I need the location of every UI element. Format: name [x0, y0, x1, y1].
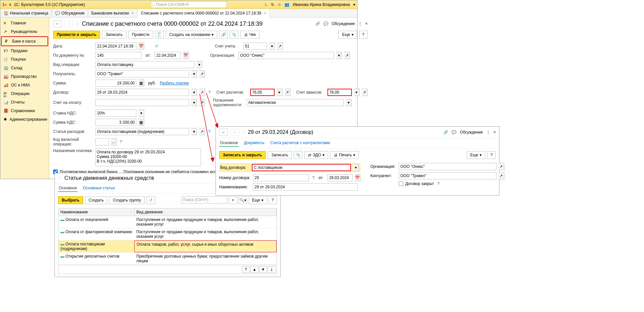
search-input[interactable]: Поиск (Ctrl+F) — [181, 196, 227, 203]
tab-main[interactable]: Основное — [219, 140, 239, 147]
dropdown-icon[interactable]: ▾ — [191, 99, 197, 106]
dropdown-icon[interactable]: ▾ — [191, 128, 197, 135]
bell-icon[interactable]: ♤ — [264, 2, 268, 7]
docnum-input[interactable]: 145 — [95, 52, 142, 59]
open-icon[interactable]: ↗ — [362, 89, 368, 96]
help-icon[interactable]: ? — [312, 175, 315, 180]
tab-home[interactable]: 🏠Начальная страница — [0, 9, 52, 17]
btn-edo[interactable]: ⇄ ЭДО ▾ — [304, 151, 328, 159]
help-icon[interactable]: ? — [208, 90, 211, 95]
nav-back[interactable]: ← — [219, 129, 228, 136]
dog-input[interactable]: 29 от 29.03.2024 — [95, 89, 189, 96]
date-input[interactable]: 29.03.2024 — [327, 174, 353, 181]
open-icon[interactable]: ↗ — [285, 89, 290, 96]
nav-back[interactable]: ← — [53, 20, 62, 27]
refresh-icon[interactable]: ↺ — [155, 44, 158, 48]
page-up[interactable]: ▲ — [251, 266, 258, 273]
sidebar-item-os[interactable]: 🚚ОС и НМА — [0, 81, 49, 89]
star-icon[interactable]: ☆ — [242, 130, 245, 135]
dropdown-icon[interactable]: ▾ — [138, 109, 144, 117]
calc-icon[interactable]: ▦ — [138, 79, 144, 87]
page-down[interactable]: ▼ — [259, 266, 267, 273]
btn-create[interactable]: Создать — [85, 196, 108, 204]
table-row[interactable]: ▬ Оплата от покупателей Поступление от п… — [58, 216, 277, 228]
btn-post-close[interactable]: Провести и закрыть — [53, 31, 100, 39]
more-icon[interactable]: ⋮ — [358, 21, 362, 26]
date-input[interactable]: 22.04.2024 17:18:39 — [95, 43, 136, 50]
more-icon[interactable]: ⋮ — [486, 130, 490, 135]
nazn-input[interactable]: Оплата по договору 29 от 29.03.2024 Сумм… — [95, 148, 201, 166]
sidebar-item-dict[interactable]: 📕Справочники — [0, 107, 49, 115]
btn-link[interactable]: 🔗 — [219, 31, 228, 39]
btn-create-from[interactable]: Создать на основании ▾ — [166, 31, 218, 39]
dropdown-icon[interactable]: ▾ — [336, 52, 342, 59]
link-icon[interactable]: 🔗 — [443, 130, 448, 135]
sidebar-item-admin[interactable]: ✱Администрирование — [0, 115, 49, 124]
menu-icon[interactable]: ≡ — [9, 2, 11, 7]
btn-save[interactable]: Записать — [102, 31, 126, 39]
recv-input[interactable]: ООО "Трэвел" — [95, 70, 189, 78]
help-icon[interactable]: ? — [120, 140, 122, 144]
sidebar-item-bank[interactable]: ₽Банк и касса — [1, 36, 48, 46]
btn-post[interactable]: Провести — [128, 31, 153, 39]
sidebar-item-reports[interactable]: 📊Отчеты — [0, 98, 49, 107]
btn-dtkt[interactable]: ДтКт — [155, 31, 164, 39]
naim-input[interactable]: 29 от 29.03.2024 — [253, 183, 358, 191]
open-icon[interactable]: ↗ — [498, 172, 504, 179]
page-last[interactable]: ⤓ — [268, 266, 276, 273]
col-type[interactable]: Вид движения — [134, 208, 277, 216]
global-search[interactable]: ⌕ Поиск Ctrl+Shift+F — [151, 1, 227, 8]
user-name[interactable]: Иванова Ирина Владимировна — [293, 2, 350, 7]
sumnds-input[interactable]: 3 200,00 — [95, 119, 136, 126]
rasx-input[interactable]: Оплата поставщикам (подрядчикам) — [95, 128, 189, 135]
tab-bank[interactable]: Банковские выписки× — [88, 9, 138, 17]
btn-chek[interactable]: 🖨 Чек — [240, 31, 259, 39]
schopl-input[interactable] — [95, 99, 189, 106]
close-icon[interactable]: × — [264, 11, 266, 16]
table-row[interactable]: ▬ Оплата от факторинговой компании Посту… — [58, 228, 277, 240]
tab-main[interactable]: Основное — [58, 185, 78, 192]
oper-input[interactable]: Оплата поставщику — [95, 61, 194, 68]
nds-input[interactable]: 20% — [95, 109, 136, 117]
btn-print[interactable]: 🖨 Печать ▾ — [330, 151, 359, 159]
tab-sch[interactable]: Счета расчетов с контрагентами — [270, 140, 331, 147]
kontr-input[interactable]: ООО "Трэвел" — [399, 172, 496, 179]
tab-discuss[interactable]: 💬Обсуждения — [52, 9, 88, 17]
org-input[interactable]: ООО "Оникс" — [238, 52, 334, 59]
sidebar-item-prod[interactable]: 🏭Производство — [0, 72, 49, 81]
page-first[interactable]: ⤒ — [242, 266, 250, 273]
close-icon[interactable]: × — [131, 11, 134, 16]
btn-group[interactable]: Создать группу — [109, 196, 145, 204]
btn-search[interactable]: 🔍▾ — [239, 196, 247, 204]
help-icon[interactable]: ? — [437, 181, 440, 186]
help-icon[interactable]: ? — [208, 129, 211, 134]
open-icon[interactable]: ↗ — [199, 70, 205, 78]
num-input[interactable]: 29 — [253, 174, 309, 181]
sidebar-item-sales[interactable]: 🏷Продажи — [0, 47, 49, 55]
btn-more[interactable]: Еще ▾ — [338, 31, 357, 39]
tab-doc[interactable]: Списание с расчетного счета 0000-000002 … — [137, 9, 270, 17]
tab-osn[interactable]: Основные статьи — [82, 185, 116, 192]
kod-input[interactable] — [95, 138, 109, 145]
open-icon[interactable]: ↗ — [498, 163, 504, 170]
history-icon[interactable]: ↻ — [271, 2, 274, 7]
calendar-icon[interactable]: 📅 — [183, 52, 189, 59]
dropdown-icon[interactable]: ▾ — [353, 164, 359, 171]
calc-icon[interactable]: ▦ — [138, 119, 144, 126]
sidebar-item-main[interactable]: ≡Главное — [0, 19, 49, 27]
calendar-icon[interactable]: 📅 — [138, 43, 144, 50]
close-icon[interactable]: × — [493, 130, 496, 135]
btn-help[interactable]: ? — [487, 151, 496, 159]
vid-input[interactable]: С поставщиком — [252, 164, 351, 171]
open-icon[interactable]: ↗ — [199, 128, 205, 135]
table-row[interactable]: ▬ Открытие депозитных счетов Приобретени… — [58, 253, 277, 265]
sum-input[interactable]: 19 200,00 — [95, 79, 136, 87]
discuss-link[interactable]: Обсуждение — [332, 21, 355, 26]
open-icon[interactable]: ↗ — [277, 43, 283, 50]
table-row-selected[interactable]: ▬ Оплата поставщикам (подрядчикам) Оплат… — [58, 240, 277, 253]
dropdown-icon[interactable]: ▾ — [346, 99, 352, 106]
btn-refresh[interactable]: ↺ — [147, 196, 155, 204]
star-icon[interactable]: ☆ — [76, 21, 79, 26]
tab-docs[interactable]: Документы — [243, 140, 265, 147]
open-icon[interactable]: ↗ — [199, 99, 205, 106]
